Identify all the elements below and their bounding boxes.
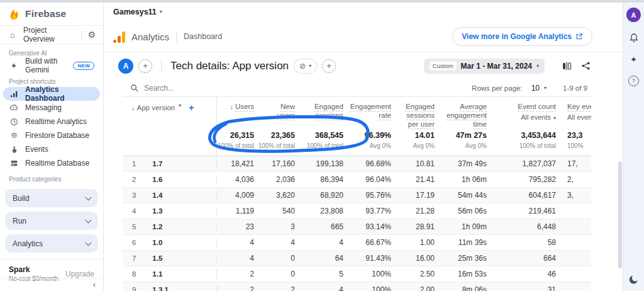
search-icon[interactable] [130,84,139,93]
table-row[interactable]: 7 1.5 4 0 64 91.43% 16.00 25m 36s 664 [123,251,591,266]
table-row[interactable]: 9 1.3.1 2 2 4 100% 2.00 8m 06s 31 [123,282,591,291]
app-version-value: 1.7 [152,160,162,168]
cell-event-count: 604,617 [489,191,558,200]
column-header-average-engagement-time[interactable]: Average engagement time [437,97,489,127]
cell-engagement-rate: 91.43% [346,254,394,263]
firebase-home-link[interactable]: Firebase [0,3,103,26]
column-header-engaged-sessions[interactable]: Engaged sessions [297,97,346,127]
category-build[interactable]: Build [5,189,98,207]
date-range-picker[interactable]: Custom Mar 1 - Mar 31, 2024 ▾ [424,59,545,74]
add-segment-button[interactable]: + [138,59,152,73]
table-row[interactable]: 8 1.1 2 0 5 100% 2.50 16m 53s 46 [123,266,591,282]
spark-icon: ✦ [630,55,637,64]
dimension-label: App version [137,103,175,112]
firestore-icon [9,130,19,140]
project-selector[interactable]: Gamesys11 [113,8,157,16]
app-version-value: 1.0 [152,239,162,246]
row-number: 8 [132,270,145,278]
category-label: Run [13,217,26,225]
dark-mode-toggle[interactable] [628,274,639,287]
cell-engagement-rate: 95.76% [346,191,394,200]
help-button[interactable]: ? [628,75,640,86]
comparison-toggle-button[interactable] [560,59,574,73]
vertical-scrollbar[interactable] [618,161,622,268]
gemini-assistant-button[interactable]: ✦ [628,54,640,65]
sidebar-item-realtime-analytics[interactable]: Realtime Analytics [0,115,103,128]
add-dimension-button[interactable]: + [189,103,194,112]
sidebar-item-label: Firestore Database [25,131,89,140]
column-header-key-events[interactable]: Key events All events [558,97,591,127]
cell-users: 1,119 [217,207,257,215]
analytics-header: Analytics Dashboard View more in Google … [104,21,623,52]
event-filter-select[interactable]: All events▾ [489,113,556,122]
date-preset-badge: Custom [430,61,457,71]
sidebar-collapse-button[interactable]: ‹ [0,278,103,291]
add-filter-button[interactable]: + [322,59,336,73]
sidebar-item-realtime-database[interactable]: Realtime Database [0,156,103,170]
sidebar-item-messaging[interactable]: Messaging [0,101,103,115]
caret-down-icon: ▾ [160,9,162,14]
table-row[interactable]: 5 1.2 23 3 665 93.14% 28.91 1h 09m 6,448 [123,219,591,235]
cell-app-version: 6 1.0 [123,238,217,247]
table-body: 1 1.7 18,421 17,160 199,138 96.68% 10.81… [123,156,591,291]
sidebar-item-firestore-database[interactable]: Firestore Database [0,128,103,142]
app-version-value: 1.4 [152,191,162,199]
row-number: 1 [132,160,145,168]
share-button[interactable] [579,59,592,73]
column-header-event-count[interactable]: Event count All events▾ [489,97,558,127]
column-header-engagement-rate[interactable]: Engagement rate [346,97,394,127]
search-input[interactable]: Search... [144,84,174,93]
view-more-button[interactable]: View more in Google Analytics [452,27,592,46]
product-title: Analytics [131,31,169,42]
main-content: Gamesys11 ▾ Analytics Dashboard View mor… [104,3,623,291]
project-overview-row[interactable]: ⌂ Project Overview ⚙ [0,26,103,44]
cell-new-users: 17,160 [257,159,297,168]
segment-chip[interactable]: A [118,59,133,74]
cell-event-count: 795,282 [489,175,558,184]
cell-users: 23 [217,222,257,231]
table-row[interactable]: 3 1.4 4,009 3,620 68,920 95.76% 17.19 54… [123,188,591,203]
cell-app-version: 7 1.5 [123,254,217,263]
cell-users: 18,421 [217,159,257,168]
project-settings-gear-icon[interactable]: ⚙ [87,30,96,40]
filter-control[interactable]: ⊘ ▾ [294,59,317,74]
table-row[interactable]: 4 1.3 1,119 540 23,808 93.77% 21.28 56m … [123,203,591,219]
cell-engaged-sessions: 4 [297,285,346,291]
totals-users: 26,315100% of total [217,127,257,156]
category-analytics[interactable]: Analytics [5,234,98,253]
table-header-row: ↓ App version ▾ + ↓Users New users Engag… [123,97,591,127]
column-header-app-version[interactable]: ↓ App version ▾ + [123,97,217,127]
table-row[interactable]: 1 1.7 18,421 17,160 199,138 96.68% 10.81… [123,156,591,172]
user-avatar[interactable]: A [626,8,641,22]
table-row[interactable]: 2 1.6 4,036 2,036 86,394 96.04% 21.41 1h… [123,172,591,188]
cell-users: 4,009 [217,191,257,200]
table-row[interactable]: 6 1.0 4 4 4 66.67% 1.00 11m 39s 58 [123,235,591,251]
upgrade-button[interactable]: Upgrade [65,270,94,278]
cell-sessions-per-user: 2.50 [394,270,437,278]
cell-users: 2 [217,285,257,291]
cell-users: 4,036 [217,175,257,184]
table-totals-row: 26,315100% of total 23,365100% of total … [123,127,591,156]
column-header-engaged-sessions-per-user[interactable]: Engaged sessions per user [394,97,437,127]
sidebar-item-build-with-gemini[interactable]: ✦ Build with Gemini NEW [0,59,103,72]
cell-new-users: 2 [257,285,297,291]
cell-app-version: 2 1.6 [123,175,217,184]
app-version-value: 1.2 [152,223,162,231]
notifications-button[interactable] [628,32,640,43]
column-header-users[interactable]: ↓Users [217,97,257,127]
row-number: 3 [132,191,145,199]
home-icon: ⌂ [8,30,18,40]
category-run[interactable]: Run [5,212,98,230]
cell-engagement-rate: 100% [346,270,394,278]
cell-average-engagement-time: 56m 06s [437,207,489,215]
app-version-value: 1.3 [152,207,162,215]
bar-chart-icon [9,89,19,99]
rows-per-page-select[interactable]: 10 ▾ [531,84,547,93]
sidebar-item-analytics-dashboard[interactable]: Analytics Dashboard [3,87,100,101]
sidebar-item-events[interactable]: Events [0,142,103,156]
sort-descending-icon: ↓ [131,103,135,112]
cell-key-events: 17, [558,159,591,168]
totals-dimension-cell [123,127,217,156]
column-header-new-users[interactable]: New users [257,97,297,127]
cell-users: 2 [217,270,257,278]
